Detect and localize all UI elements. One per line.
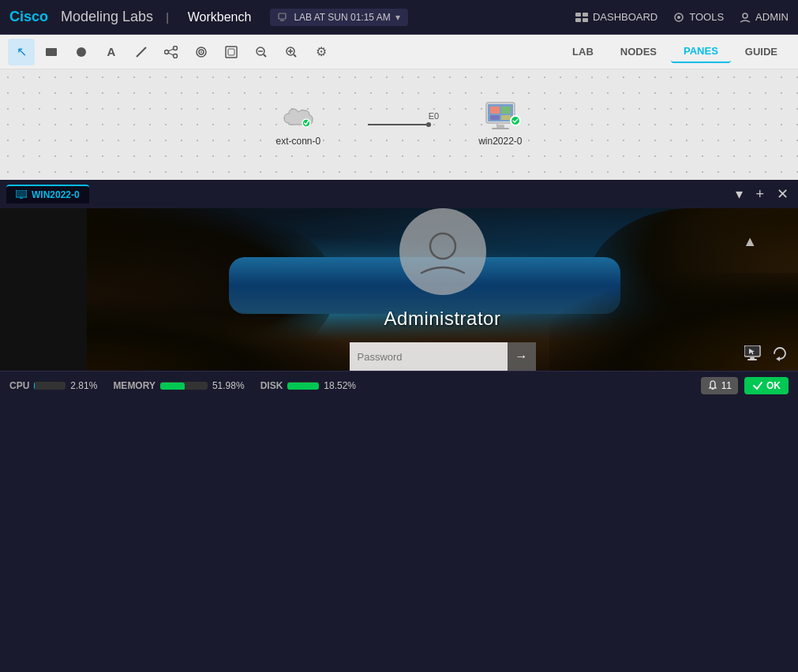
cloud-icon	[281, 103, 316, 131]
password-input[interactable]	[350, 342, 508, 371]
nav-right: DASHBOARD TOOLS ADMIN	[575, 11, 789, 23]
svg-rect-0	[279, 13, 286, 19]
svg-rect-32	[490, 106, 500, 114]
svg-rect-40	[20, 198, 23, 200]
svg-rect-9	[46, 48, 57, 56]
panel-tab-bar: WIN2022-0 ▾ + ✕	[0, 180, 798, 208]
ok-label: OK	[766, 380, 781, 391]
svg-point-12	[174, 46, 178, 50]
notifications-count: 11	[721, 380, 732, 391]
svg-line-11	[137, 47, 146, 57]
windows-login-screen[interactable]: Administrator → ▲	[87, 208, 798, 371]
svg-point-41	[430, 233, 455, 259]
svg-line-28	[294, 54, 296, 57]
svg-rect-4	[575, 18, 581, 22]
panel-tab-label: WIN2022-0	[32, 189, 80, 200]
settings-tool[interactable]: ⚙	[308, 39, 335, 65]
toolbar: ↖ A ⚙ LAB NODES PANES GUIDE	[0, 35, 798, 69]
target-tool[interactable]	[188, 39, 215, 65]
tools-label: TOOLS	[689, 11, 724, 23]
svg-rect-35	[501, 115, 511, 120]
console-bottom-icons	[744, 345, 789, 361]
share-icon	[164, 46, 178, 58]
admin-btn[interactable]: ADMIN	[740, 11, 789, 23]
cloud-node-icon	[281, 103, 316, 131]
lab-dropdown-icon[interactable]: ▾	[395, 12, 400, 23]
memory-bar-bg	[160, 382, 208, 390]
password-row: →	[350, 342, 536, 371]
console-area: Administrator → ▲	[0, 208, 798, 371]
svg-rect-39	[17, 191, 26, 196]
svg-point-10	[77, 47, 86, 57]
logo-text: Modeling Labs	[61, 9, 153, 25]
refresh-icon[interactable]	[771, 345, 789, 361]
disk-status: DISK 18.52%	[260, 380, 356, 391]
node-ext-conn-0[interactable]: ext-conn-0	[275, 103, 320, 147]
lab-info[interactable]: LAB AT SUN 01:15 AM ▾	[270, 9, 407, 26]
dashboard-icon	[575, 13, 588, 22]
share-tool[interactable]	[158, 39, 185, 65]
panel-add-btn[interactable]: +	[752, 185, 767, 203]
disk-value: 18.52%	[324, 380, 356, 391]
node-container: ext-conn-0 E0	[275, 103, 522, 147]
svg-rect-33	[501, 106, 511, 114]
submit-arrow: →	[515, 349, 528, 364]
node-status-badge	[510, 115, 521, 126]
dashboard-btn[interactable]: DASHBOARD	[575, 11, 658, 23]
cpu-bar-fill	[34, 383, 35, 390]
node-win2022-0[interactable]: win2022-0	[478, 103, 522, 147]
panel-tab-win2022[interactable]: WIN2022-0	[6, 185, 89, 203]
monitor-bottom-icon[interactable]	[744, 345, 762, 361]
text-tool[interactable]: A	[98, 39, 125, 65]
memory-status: MEMORY 51.98%	[113, 380, 244, 391]
svg-point-7	[677, 16, 680, 19]
pointer-tool[interactable]: ↖	[8, 39, 35, 65]
memory-bar-fill	[160, 383, 185, 390]
canvas-tabs: LAB NODES PANES GUIDE	[560, 40, 790, 63]
notifications-btn[interactable]: 11	[701, 377, 738, 394]
console-left-sidebar	[0, 208, 87, 371]
svg-line-16	[168, 53, 174, 55]
svg-rect-5	[583, 18, 588, 22]
lab-time-label: LAB AT SUN 01:15 AM	[294, 12, 390, 23]
ok-btn[interactable]: OK	[744, 377, 789, 394]
workbench-title: Workbench	[188, 10, 252, 24]
tools-btn[interactable]: TOOLS	[673, 11, 724, 23]
tab-nodes[interactable]: NODES	[608, 40, 669, 63]
svg-line-15	[168, 49, 174, 51]
lab-icon	[278, 12, 289, 23]
circle-tool[interactable]	[68, 39, 95, 65]
user-icon	[740, 12, 751, 23]
workbench-label: |	[166, 11, 169, 24]
cpu-label: CPU	[9, 380, 29, 391]
cpu-status: CPU 2.81%	[9, 380, 97, 391]
svg-line-24	[264, 54, 266, 57]
tools-icon	[673, 12, 684, 23]
rectangle-tool[interactable]	[38, 39, 65, 65]
svg-rect-37	[492, 128, 509, 129]
line-tool[interactable]	[128, 39, 155, 65]
frame-tool[interactable]	[218, 39, 245, 65]
zoom-out-tool[interactable]	[248, 39, 275, 65]
tab-lab[interactable]: LAB	[560, 40, 606, 63]
disk-label: DISK	[260, 380, 283, 391]
panel-controls: ▾ + ✕	[732, 185, 792, 203]
disk-bar-fill	[287, 383, 319, 390]
svg-point-19	[200, 51, 202, 53]
svg-rect-21	[228, 49, 234, 55]
disk-bar-bg	[287, 382, 319, 390]
svg-point-13	[174, 54, 178, 58]
tab-panes[interactable]: PANES	[671, 40, 731, 63]
zoom-in-tool[interactable]	[278, 39, 305, 65]
status-bar: CPU 2.81% MEMORY 51.98% DISK 18.52% 11	[0, 371, 798, 399]
panel-dropdown-btn[interactable]: ▾	[732, 185, 746, 203]
svg-rect-44	[750, 357, 755, 359]
bell-icon	[707, 380, 718, 391]
port-label: E0	[429, 111, 439, 121]
panel-close-btn[interactable]: ✕	[774, 185, 792, 203]
svg-rect-45	[747, 359, 757, 360]
tab-guide[interactable]: GUIDE	[732, 40, 790, 63]
password-submit-btn[interactable]: →	[508, 342, 536, 371]
status-right: 11 OK	[701, 377, 789, 394]
dashboard-label: DASHBOARD	[593, 11, 658, 23]
